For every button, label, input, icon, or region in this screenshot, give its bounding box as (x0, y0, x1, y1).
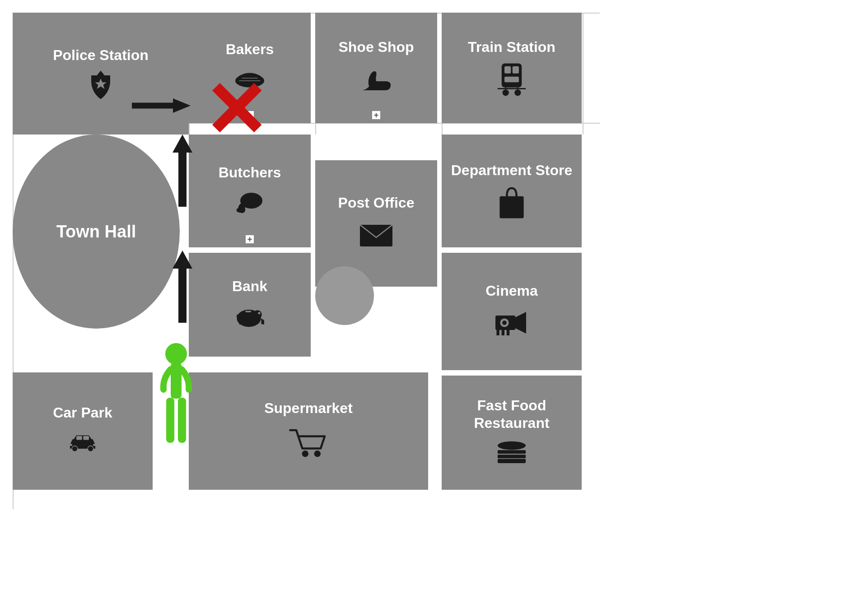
post-office-label: Post Office (338, 194, 415, 211)
burger-icon (496, 437, 527, 469)
arrow-up-1-head (173, 135, 192, 153)
svg-rect-38 (498, 450, 526, 454)
piggy-bank-icon (234, 300, 266, 332)
shopping-cart-icon (288, 422, 329, 463)
person-figure (158, 343, 194, 453)
supermarket-label: Supermarket (264, 399, 353, 417)
svg-rect-31 (76, 436, 82, 440)
arrow-up-1-shaft (178, 153, 187, 207)
svg-point-29 (72, 446, 78, 452)
bank-building: Bank (189, 253, 311, 357)
svg-point-35 (302, 450, 308, 457)
arrow-up-2-head (173, 251, 192, 269)
small-circle (315, 266, 374, 325)
svg-rect-6 (504, 66, 511, 73)
fast-food-building: Fast Food Restaurant (442, 376, 582, 490)
shoe-shop-building: Shoe Shop + (315, 13, 437, 123)
camera-icon (494, 305, 530, 341)
person-body-svg (158, 362, 194, 453)
svg-rect-40 (498, 459, 526, 463)
svg-rect-33 (69, 444, 72, 446)
svg-rect-7 (513, 66, 519, 73)
shoe-icon (358, 61, 394, 98)
cinema-building: Cinema (442, 253, 582, 370)
town-hall-building: Town Hall (13, 135, 180, 329)
svg-rect-32 (83, 436, 89, 440)
police-station-building: Police Station (13, 13, 189, 135)
shoe-shop-plus[interactable]: + (372, 111, 381, 120)
svg-point-15 (237, 208, 244, 213)
department-store-building: Department Store (442, 135, 582, 247)
red-x-mark: ✕ (203, 72, 267, 149)
svg-point-19 (253, 310, 262, 319)
train-station-label: Train Station (468, 38, 555, 56)
shopping-bag-icon (494, 184, 530, 220)
butchers-plus[interactable]: + (245, 235, 254, 244)
shoe-shop-label: Shoe Shop (338, 38, 414, 56)
svg-rect-42 (166, 398, 174, 443)
train-station-building: Train Station (442, 13, 582, 123)
butchers-label: Butchers (219, 164, 281, 181)
svg-rect-27 (502, 330, 504, 335)
arrow-up-1 (173, 135, 192, 207)
car-park-label: Car Park (53, 404, 112, 421)
svg-rect-34 (93, 444, 97, 446)
svg-point-37 (498, 441, 526, 450)
butchers-icon (234, 186, 266, 218)
svg-point-36 (314, 450, 321, 457)
svg-rect-39 (498, 455, 526, 458)
svg-rect-17 (499, 196, 523, 218)
svg-rect-26 (496, 330, 499, 335)
arrow-up-2 (173, 251, 192, 323)
cinema-label: Cinema (485, 282, 538, 299)
town-hall-label: Town Hall (56, 222, 136, 241)
arrow-right-shape (132, 98, 191, 113)
bakers-label: Bakers (226, 41, 274, 58)
svg-point-25 (502, 320, 507, 325)
svg-rect-21 (245, 311, 251, 312)
car-park-building: Car Park (13, 372, 153, 490)
svg-rect-43 (178, 398, 186, 443)
svg-rect-8 (504, 76, 519, 82)
arrow-up-2-shaft (178, 269, 187, 323)
train-icon (494, 61, 530, 98)
police-badge-icon (85, 69, 117, 101)
svg-point-10 (514, 89, 521, 96)
department-store-label: Department Store (451, 162, 573, 179)
fast-food-label: Fast Food Restaurant (474, 397, 549, 432)
svg-point-9 (503, 89, 509, 96)
police-station-label: Police Station (53, 46, 149, 64)
svg-point-20 (258, 312, 260, 314)
post-office-building: Post Office (315, 160, 437, 287)
car-icon (67, 427, 98, 458)
supermarket-building: Supermarket (189, 372, 428, 490)
arrow-right (132, 98, 191, 113)
person-head (165, 343, 187, 365)
svg-marker-23 (515, 312, 526, 334)
svg-rect-28 (507, 330, 509, 335)
svg-point-30 (88, 446, 93, 452)
envelope-icon (358, 217, 394, 253)
bank-label: Bank (232, 278, 267, 295)
